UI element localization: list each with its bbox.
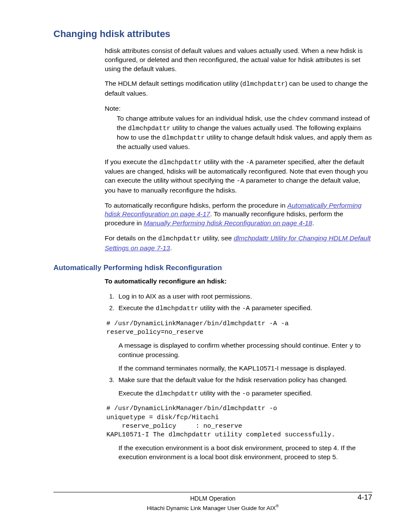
text: Hitachi Dynamic Link Manager User Guide … [147,505,276,511]
inline-code: -A [242,305,250,312]
paragraph: To automatically reconfigure hdisks, per… [105,201,372,228]
text: . [170,244,172,252]
step-text: Make sure that the default value for the… [118,376,348,383]
step-item: Log in to AIX as a user with root permis… [116,292,372,301]
ordered-steps: Log in to AIX as a user with root permis… [105,292,372,462]
inline-code: dlmchpdattr [159,159,202,166]
step-paragraph: If the command terminates normally, the … [118,364,372,373]
registered-mark: ® [276,504,279,508]
page-number: 4-17 [358,493,372,502]
step-item: Execute the dlmchpdattr utility with the… [116,304,372,373]
text: . [312,219,314,227]
cross-reference-link[interactable]: Manually Performing hdisk Reconfiguratio… [143,219,312,227]
footer-book-title: Hitachi Dynamic Link Manager User Guide … [53,504,372,512]
body-content: hdisk attributes consist of default valu… [105,47,372,253]
page: Changing hdisk attributes hdisk attribut… [0,0,411,532]
inline-code: dlmchpdattr [162,134,205,142]
step-paragraph: If the execution environment is a boot d… [118,444,372,462]
paragraph: If you execute the dlmchpdattr utility w… [105,158,372,195]
footer-row: HDLM Operation 4-17 [53,494,372,503]
text: If you execute the [105,158,159,165]
inline-code: dlmchpdattr [156,305,198,312]
code-block: # /usr/DynamicLinkManager/bin/dlmchpdatt… [106,404,372,439]
inline-code: -A [246,159,253,166]
step-paragraph: Execute the dlmchpdattr utility with the… [118,389,372,398]
text: utility with the [198,304,242,311]
text: parameter specified. [250,389,312,397]
code-block: # /usr/DynamicLinkManager/bin/dlmchpdatt… [106,320,372,337]
note-body: To change attribute values for an indivi… [117,114,372,152]
step-paragraph: A message is displayed to confirm whethe… [118,341,372,360]
procedure-title: To automatically reconfigure an hdisk: [105,277,372,286]
inline-code: dlmchpdattr [156,390,198,398]
footer-chapter-title: HDLM Operation [190,495,235,502]
inline-code: y [349,342,353,350]
page-footer: HDLM Operation 4-17 Hitachi Dynamic Link… [53,492,372,512]
inline-code: -A [237,177,244,185]
inline-code: -o [242,390,250,398]
footer-rule [53,492,372,492]
text: A message is displayed to confirm whethe… [118,342,349,349]
text: To change attribute values for an indivi… [117,115,288,122]
text: To automatically reconfigure hdisks, per… [105,202,287,209]
step-text: Log in to AIX as a user with root permis… [118,292,252,300]
text: The HDLM default settings modification u… [105,80,243,87]
text: utility with the [202,158,246,165]
text: utility, see [201,234,234,242]
subsection-heading: Automatically Performing hdisk Reconfigu… [53,263,372,273]
text: Execute the [118,389,156,397]
inline-code: dlmchpdattr [243,81,285,88]
section-heading: Changing hdisk attributes [53,28,372,40]
step-item: Make sure that the default value for the… [116,376,372,462]
inline-code: dlmchpdattr [158,235,201,243]
text: parameter specified. [250,304,312,311]
text: Execute the [118,304,156,311]
inline-code: chdev [288,115,308,123]
paragraph: For details on the dlmchpdattr utility, … [105,234,372,252]
paragraph: The HDLM default settings modification u… [105,79,372,98]
paragraph: hdisk attributes consist of default valu… [105,47,372,74]
note-label: Note: [105,104,372,113]
inline-code: dlmchpdattr [128,125,171,132]
text: utility with the [198,389,242,397]
text: For details on the [105,234,158,242]
procedure-content: To automatically reconfigure an hdisk: L… [105,277,372,462]
